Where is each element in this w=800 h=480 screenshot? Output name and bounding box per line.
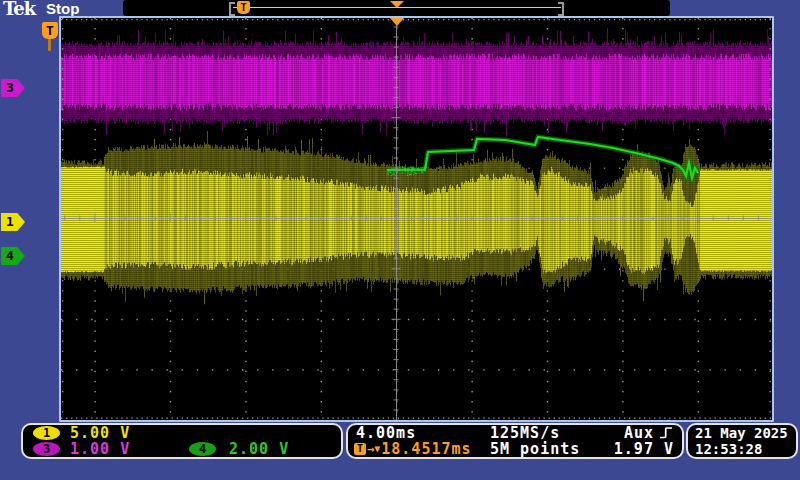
triangle-down-icon: ▼ [374, 441, 380, 457]
window-bracket-right-icon [558, 2, 564, 16]
trigger-level-readout: 1.97 V [614, 441, 674, 457]
channel1-scale-row: 1 5.00 V [23, 425, 341, 441]
horizontal-trigger-readout-box: 4.00ms 125MS/s Aux T → ▼ 18.4517ms 5M po… [346, 423, 684, 459]
trigger-position-icon: T [237, 1, 250, 14]
channel-scale-readout-box: 1 5.00 V 3 1.00 V 4 2.00 V [21, 423, 343, 459]
date-readout: 21 May 2025 [688, 425, 796, 441]
date-time-box: 21 May 2025 12:53:28 [686, 423, 798, 459]
trigger-point-badge: T [42, 22, 58, 39]
acquisition-status: Stop [46, 0, 79, 17]
waveform-canvas [61, 18, 772, 420]
record-length-readout: 5M points [490, 441, 580, 457]
expansion-point-triangle-icon [390, 18, 404, 26]
timebase-readout: 4.00ms [356, 425, 416, 441]
trigger-point-stem [48, 39, 51, 51]
tek-logo: Tek [3, 0, 35, 19]
delay-time-readout: 18.4517ms [381, 441, 471, 457]
window-bracket-left-icon [229, 2, 235, 16]
channel1-badge: 1 [33, 426, 60, 440]
arrow-right-icon: → [367, 441, 374, 457]
expansion-point-icon [390, 1, 404, 8]
trigger-t-icon: T [354, 443, 366, 455]
trigger-source-readout: Aux [624, 425, 654, 441]
sample-rate-readout: 125MS/s [490, 425, 560, 441]
oscilloscope-screen: Tek Stop T T 3 1 4 1 5.00 V 3 1.00 V 4 2… [0, 0, 800, 480]
channel1-reference-marker: 1 [1, 213, 25, 231]
record-view-bar: T [123, 0, 670, 16]
delay-row: T → ▼ 18.4517ms 5M points 1.97 V [348, 441, 682, 457]
delay-readout-group: T → ▼ 18.4517ms [354, 441, 472, 457]
time-readout: 12:53:28 [688, 441, 796, 457]
channel3-scale: 1.00 V [70, 441, 130, 457]
channel4-badge: 4 [189, 442, 216, 456]
channel4-reference-marker: 4 [1, 247, 25, 265]
channel3-reference-marker: 3 [1, 79, 25, 97]
channel3-badge: 3 [33, 442, 60, 456]
channel3-channel4-scale-row: 3 1.00 V 4 2.00 V [23, 441, 341, 457]
channel1-scale: 5.00 V [70, 425, 130, 441]
channel4-scale: 2.00 V [229, 441, 289, 457]
timebase-row: 4.00ms 125MS/s Aux [348, 425, 682, 441]
